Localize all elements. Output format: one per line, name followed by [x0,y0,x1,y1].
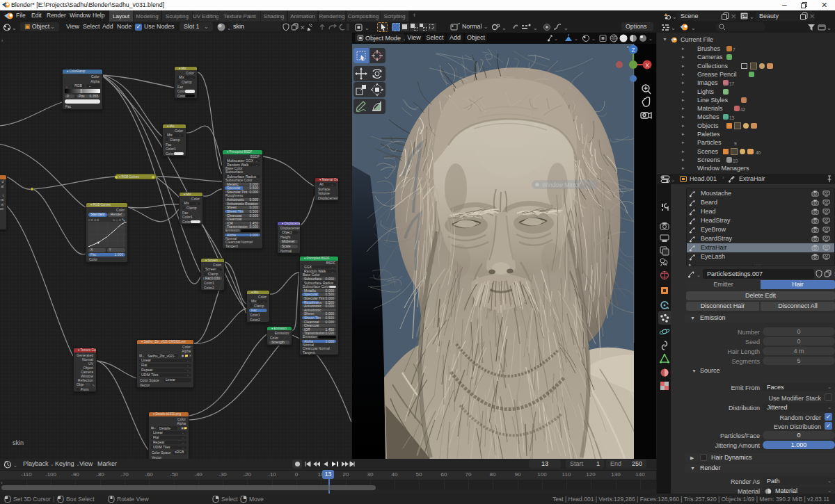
svg-text:✕: ✕ [731,13,736,20]
svg-text:⌄: ⌄ [502,25,507,31]
svg-text:✕: ✕ [300,24,305,31]
svg-text:⌄: ⌄ [672,14,676,20]
svg-text:⌄: ⌄ [697,273,701,277]
svg-text:⌄: ⌄ [574,36,578,41]
svg-text:⌄: ⌄ [649,36,653,41]
svg-text:⌄: ⌄ [13,463,17,468]
svg-text:⌄: ⌄ [671,177,675,182]
svg-text:⌄: ⌄ [591,36,596,41]
svg-text:⌄: ⌄ [533,25,538,31]
svg-text:Z: Z [631,47,635,54]
svg-text:⌄: ⌄ [671,25,676,31]
svg-text:⌄: ⌄ [827,25,832,31]
svg-text:⌄: ⌄ [749,14,754,20]
svg-text:✕: ✕ [809,13,815,20]
svg-text:X: X [645,62,649,69]
svg-text:Window Mirror: Window Mirror [542,181,580,188]
svg-text:⌄: ⌄ [564,25,568,31]
svg-text:⌄: ⌄ [12,25,17,31]
svg-text:⌄: ⌄ [365,25,369,31]
svg-text:⌄: ⌄ [554,36,558,41]
svg-text:⌄: ⌄ [691,25,696,31]
